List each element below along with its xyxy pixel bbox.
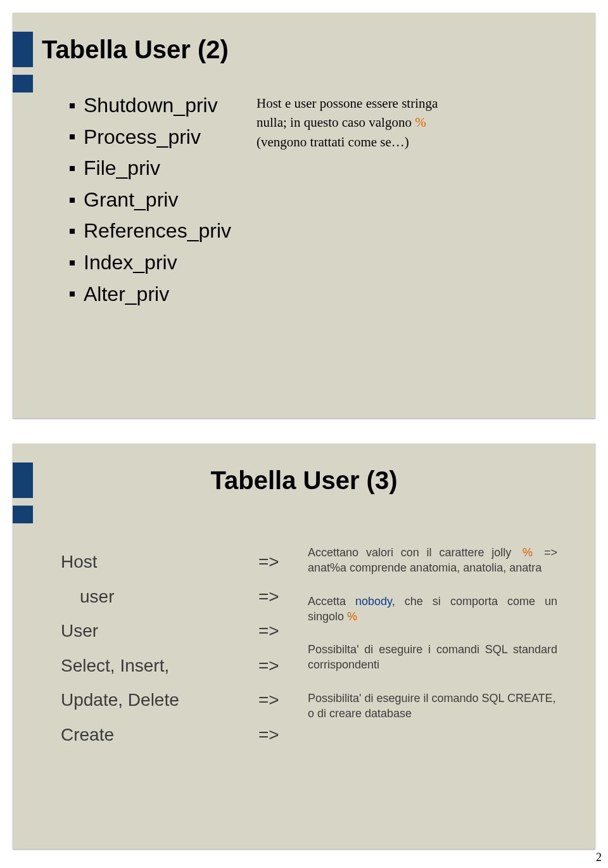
bullet-icon — [70, 198, 75, 203]
definition-list: Host=> user=> User=> Select, Insert,=> U… — [61, 545, 289, 753]
desc-percent: % — [347, 610, 357, 623]
def-label: User — [61, 614, 258, 649]
def-row: Select, Insert,=> — [61, 649, 289, 684]
bullet-icon — [70, 134, 75, 139]
bullet-text: Shutdown_priv — [84, 90, 218, 122]
list-item: Grant_priv — [70, 184, 231, 216]
definition-descriptions: Accettano valori con il carattere jolly … — [308, 545, 557, 753]
list-item: Alter_priv — [70, 279, 231, 310]
accent-bar-mid — [13, 506, 33, 523]
bullet-text: Grant_priv — [84, 184, 178, 216]
slide-title: Tabella User (3) — [13, 466, 595, 495]
side-note: Host e user possone essere stringa nulla… — [256, 94, 446, 310]
bullet-icon — [70, 166, 75, 171]
note-text: Host e user possone essere stringa nulla… — [256, 96, 438, 130]
list-item: Index_priv — [70, 247, 231, 279]
bullet-icon — [70, 291, 75, 297]
desc-para: Accettano valori con il carattere jolly … — [308, 545, 557, 576]
def-label: user — [80, 580, 258, 615]
bullet-icon — [70, 103, 75, 108]
def-row: Create=> — [61, 718, 289, 753]
desc-percent: % — [519, 546, 536, 559]
list-item: References_priv — [70, 215, 231, 247]
page-number: 2 — [596, 851, 602, 864]
def-row: user=> — [61, 580, 289, 615]
def-label: Select, Insert, — [61, 649, 258, 684]
accent-bar-mid — [13, 75, 33, 93]
desc-text: Accettano valori con il carattere jolly — [308, 546, 511, 559]
note-percent: % — [415, 115, 426, 130]
def-arrow: => — [258, 683, 289, 718]
bullet-icon — [70, 229, 75, 234]
desc-arrow: => — [544, 546, 557, 559]
slide-title: Tabella User (2) — [42, 35, 229, 64]
bullet-icon — [70, 260, 75, 265]
bullet-text: File_priv — [84, 153, 160, 184]
def-arrow: => — [258, 545, 289, 580]
bullet-text: References_priv — [84, 215, 231, 247]
slide-1: Tabella User (2) Shutdown_priv Process_p… — [13, 13, 595, 418]
list-item: Process_priv — [70, 122, 231, 153]
bullet-text: Index_priv — [84, 247, 177, 279]
accent-bar-top — [13, 32, 33, 67]
desc-para: Possibilta' di eseguire i comandi SQL st… — [308, 642, 557, 673]
def-label: Create — [61, 718, 258, 753]
bullet-list: Shutdown_priv Process_priv File_priv Gra… — [70, 90, 231, 310]
list-item: Shutdown_priv — [70, 90, 231, 122]
list-item: File_priv — [70, 153, 231, 184]
slide-2: Tabella User (3) Host=> user=> User=> Se… — [13, 444, 595, 849]
desc-text: Accetta — [308, 595, 355, 608]
desc-text: anat%a comprende anatomia, anatolia, ana… — [308, 561, 542, 574]
desc-para: Accetta nobody, che si comporta come un … — [308, 594, 557, 625]
def-arrow: => — [258, 718, 289, 753]
def-label: Update, Delete — [61, 683, 258, 718]
def-row: User=> — [61, 614, 289, 649]
def-arrow: => — [258, 649, 289, 684]
bullet-text: Process_priv — [84, 122, 201, 153]
slide-body: Shutdown_priv Process_priv File_priv Gra… — [70, 90, 570, 310]
def-label: Host — [61, 545, 258, 580]
desc-keyword: nobody — [355, 595, 392, 608]
desc-para: Possibilita' di eseguire il comando SQL … — [308, 691, 557, 722]
slide-body: Host=> user=> User=> Select, Insert,=> U… — [61, 545, 557, 753]
def-arrow: => — [258, 580, 289, 615]
def-arrow: => — [258, 614, 289, 649]
def-row: Host=> — [61, 545, 289, 580]
note-text: (vengono trattati come se…) — [256, 134, 409, 150]
bullet-text: Alter_priv — [84, 279, 169, 310]
def-row: Update, Delete=> — [61, 683, 289, 718]
